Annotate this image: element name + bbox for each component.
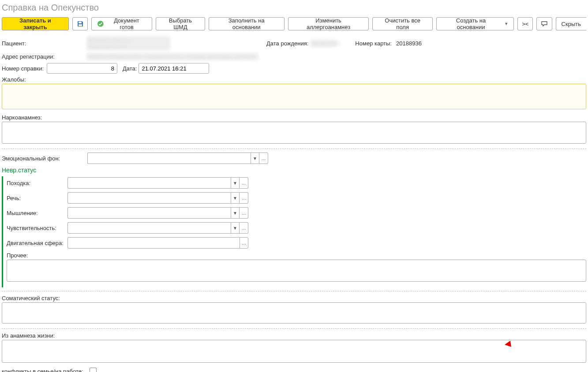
chevron-down-icon: ▼ <box>233 196 237 201</box>
gait-more-button[interactable]: … <box>240 177 248 189</box>
speech-label: Речь: <box>7 195 65 201</box>
cert-date-input[interactable] <box>139 63 209 74</box>
cert-num-label: Номер справки: <box>2 65 45 72</box>
motor-row: Двигательная сфера: … <box>7 237 586 249</box>
life-anamnesis-label: Из анамнеза жизни: <box>2 332 586 339</box>
chevron-down-icon: ▼ <box>233 181 237 186</box>
sensitivity-row: Чувствительность: ▼ … <box>7 222 586 234</box>
conflicts-label: конфликты в семье/на работе: <box>2 368 83 372</box>
neuro-block: Походка: ▼ … Речь: ▼ … Мышление: ▼ … <box>2 176 586 287</box>
speech-bubble-icon <box>541 20 548 27</box>
other-textarea[interactable] <box>7 260 586 282</box>
somatic-textarea[interactable] <box>2 302 586 324</box>
gait-dropdown-button[interactable]: ▼ <box>231 177 240 189</box>
thinking-row: Мышление: ▼ … <box>7 207 586 219</box>
motor-more-button[interactable]: … <box>240 237 248 249</box>
floppy-icon <box>77 20 84 27</box>
gait-row: Походка: ▼ … <box>7 177 586 189</box>
neuro-section-title: Невр.статус <box>2 167 586 174</box>
patient-label: Пациент: <box>2 40 85 47</box>
hide-button[interactable]: Скрыть <box>556 17 586 30</box>
narco-textarea[interactable] <box>2 122 586 144</box>
separator <box>2 149 586 149</box>
separator-2 <box>2 291 586 291</box>
card-value: 20188936 <box>396 40 422 47</box>
thinking-dropdown-button[interactable]: ▼ <box>231 207 240 219</box>
other-label: Прочее: <box>7 252 586 259</box>
thinking-input[interactable] <box>67 207 231 219</box>
emotional-row: Эмоциональный фон: ▼ … <box>2 153 586 164</box>
toolbar: Записать и закрыть Документ готов Выбрат… <box>0 17 588 34</box>
card-label: Номер карты: <box>355 40 392 47</box>
choose-shmd-button[interactable]: Выбрать ШМД <box>156 17 205 30</box>
page-title: Справка на Опекунство <box>0 0 588 17</box>
fill-based-button[interactable]: Заполнить на основании <box>209 17 285 30</box>
emotional-dropdown-button[interactable]: ▼ <box>251 153 259 164</box>
check-circle-icon <box>97 20 104 27</box>
sensitivity-label: Чувствительность: <box>7 225 65 231</box>
speech-row: Речь: ▼ … <box>7 192 586 204</box>
dob-value: 00.00.0000 <box>310 40 337 47</box>
doc-ready-label: Документ готов <box>107 17 146 30</box>
svg-rect-0 <box>81 22 82 23</box>
motor-input[interactable] <box>67 237 240 249</box>
patient-value: Данные скрыты персональные <box>86 36 170 50</box>
emotional-more-button[interactable]: … <box>259 153 268 164</box>
sensitivity-input[interactable] <box>67 222 231 234</box>
complaints-block: Жалобы: <box>2 76 586 111</box>
address-label: Адрес регистрации: <box>2 53 85 60</box>
thinking-more-button[interactable]: … <box>240 207 248 219</box>
conflicts-row: конфликты в семье/на работе: <box>2 368 586 372</box>
cert-date-label: Дата: <box>123 65 137 72</box>
cert-row: Номер справки: Дата: <box>2 63 586 74</box>
sensitivity-combo: ▼ … <box>67 222 248 234</box>
angle-button[interactable]: >< <box>517 17 533 30</box>
cursor-arrow-icon <box>504 341 511 348</box>
create-based-button[interactable]: Создать на основании ▼ <box>436 17 514 30</box>
address-value: 00000, Область обл, Городской р-н, г Гор… <box>86 53 258 60</box>
comment-button[interactable] <box>536 17 552 30</box>
save-button[interactable] <box>72 17 88 30</box>
save-close-button[interactable]: Записать и закрыть <box>2 17 69 30</box>
complaints-label: Жалобы: <box>2 76 586 83</box>
gait-combo: ▼ … <box>67 177 248 189</box>
speech-combo: ▼ … <box>67 192 248 204</box>
doc-ready-button[interactable]: Документ готов <box>91 17 152 30</box>
conflicts-checkbox[interactable] <box>90 368 97 372</box>
cert-num-input[interactable] <box>47 63 117 74</box>
motor-label: Двигательная сфера: <box>7 240 65 246</box>
emotional-input[interactable] <box>87 153 251 164</box>
narco-block: Наркоанамнез: <box>2 114 586 145</box>
address-row: Адрес регистрации: 00000, Область обл, Г… <box>2 53 586 60</box>
somatic-label: Соматический статус: <box>2 295 586 301</box>
thinking-combo: ▼ … <box>67 207 248 219</box>
gait-label: Походка: <box>7 180 65 186</box>
chevron-down-icon: ▼ <box>504 22 508 26</box>
somatic-block: Соматический статус: <box>2 295 586 325</box>
form-content: Пациент: Данные скрыты персональные Дата… <box>0 34 588 372</box>
change-allergo-button[interactable]: Изменить аллергоанамнез <box>288 17 369 30</box>
patient-row: Пациент: Данные скрыты персональные Дата… <box>2 36 586 50</box>
create-based-label: Создать на основании <box>442 17 500 30</box>
gait-input[interactable] <box>67 177 231 189</box>
narco-label: Наркоанамнез: <box>2 114 586 121</box>
dob-label: Дата рождения: <box>266 40 308 47</box>
other-block: Прочее: <box>7 252 586 283</box>
chevron-down-icon: ▼ <box>253 156 257 161</box>
separator-3 <box>2 328 586 329</box>
speech-input[interactable] <box>67 192 231 204</box>
speech-more-button[interactable]: … <box>240 192 248 204</box>
thinking-label: Мышление: <box>7 210 65 216</box>
chevron-down-icon: ▼ <box>233 211 237 216</box>
clear-all-button[interactable]: Очистить все поля <box>372 17 432 30</box>
sensitivity-more-button[interactable]: … <box>240 222 248 234</box>
sensitivity-dropdown-button[interactable]: ▼ <box>231 222 240 234</box>
speech-dropdown-button[interactable]: ▼ <box>231 192 240 204</box>
emotional-combo: ▼ … <box>87 153 268 164</box>
life-anamnesis-textarea[interactable] <box>2 340 586 363</box>
complaints-textarea[interactable] <box>2 84 586 109</box>
emotional-label: Эмоциональный фон: <box>2 155 86 162</box>
motor-combo: … <box>67 237 248 249</box>
chevron-down-icon: ▼ <box>233 226 237 231</box>
life-anamnesis-block: Из анамнеза жизни: <box>2 332 586 364</box>
